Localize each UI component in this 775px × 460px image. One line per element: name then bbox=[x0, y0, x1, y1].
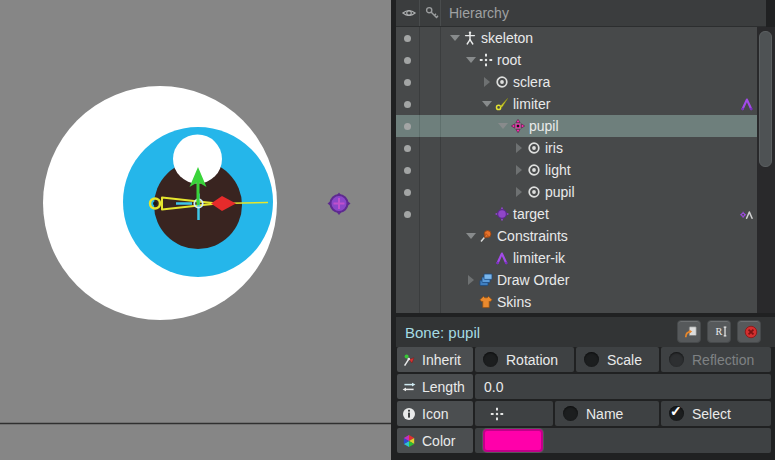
visibility-dot[interactable] bbox=[404, 123, 411, 130]
key-cell[interactable] bbox=[420, 203, 441, 225]
skeleton-icon bbox=[463, 31, 477, 45]
visibility-cell[interactable] bbox=[396, 27, 420, 49]
key-cell[interactable] bbox=[420, 159, 441, 181]
tree-row-pupil-4[interactable]: pupil bbox=[396, 115, 757, 137]
visibility-cell[interactable] bbox=[396, 115, 420, 137]
visibility-cell[interactable] bbox=[396, 93, 420, 115]
color-label-cell: Color bbox=[397, 428, 473, 453]
visibility-cell[interactable] bbox=[396, 49, 420, 71]
tree-row-skins-12[interactable]: Skins bbox=[396, 291, 757, 313]
tree-row-sclera-2[interactable]: sclera bbox=[396, 71, 757, 93]
expander-expanded-icon[interactable] bbox=[466, 231, 476, 241]
colorwheel-icon bbox=[402, 434, 416, 448]
delete-button[interactable] bbox=[737, 320, 761, 343]
length-icon bbox=[402, 380, 416, 394]
visibility-cell[interactable] bbox=[396, 137, 420, 159]
key-cell[interactable] bbox=[420, 49, 441, 71]
visibility-dot[interactable] bbox=[404, 79, 411, 86]
visibility-column-icon[interactable] bbox=[402, 6, 416, 20]
name-option-cell: Name bbox=[555, 401, 659, 426]
bone-icon-preview-cell[interactable] bbox=[475, 401, 553, 426]
key-cell[interactable] bbox=[420, 115, 441, 137]
expander-spacer bbox=[482, 253, 492, 263]
key-cell[interactable] bbox=[420, 247, 441, 269]
bone-panel-toolbar: R bbox=[677, 320, 761, 343]
length-value-field[interactable]: 0.0 bbox=[475, 374, 771, 399]
hierarchy-tree: skeletonrootscleralimiterpupilirislightp… bbox=[396, 27, 757, 313]
scale-checkbox[interactable] bbox=[584, 352, 599, 367]
ik-target-handle[interactable] bbox=[328, 193, 351, 216]
rotation-checkbox[interactable] bbox=[483, 352, 498, 367]
key-cell[interactable] bbox=[420, 291, 441, 313]
expander-collapsed-icon[interactable] bbox=[514, 143, 524, 153]
svg-text:R: R bbox=[715, 326, 722, 337]
key-cell[interactable] bbox=[420, 71, 441, 93]
tree-row-limiter-ik-10[interactable]: limiter-ik bbox=[396, 247, 757, 269]
expander-expanded-icon[interactable] bbox=[482, 99, 492, 109]
scale-option-cell: Scale bbox=[576, 347, 659, 372]
visibility-cell[interactable] bbox=[396, 181, 420, 203]
bone-icon-preview bbox=[490, 407, 504, 421]
key-column-icon[interactable] bbox=[425, 6, 439, 20]
key-cell[interactable] bbox=[420, 181, 441, 203]
tree-label: skeleton bbox=[481, 30, 533, 46]
slot-icon bbox=[527, 163, 541, 177]
tree-row-skeleton-0[interactable]: skeleton bbox=[396, 27, 757, 49]
pin-icon bbox=[479, 229, 493, 243]
visibility-cell[interactable] bbox=[396, 247, 420, 269]
editor-viewport[interactable] bbox=[0, 0, 391, 460]
visibility-dot[interactable] bbox=[404, 35, 411, 42]
visibility-cell[interactable] bbox=[396, 269, 420, 291]
tree-label: iris bbox=[545, 140, 563, 156]
tree-row-target-8[interactable]: target bbox=[396, 203, 757, 225]
key-cell[interactable] bbox=[420, 137, 441, 159]
visibility-dot[interactable] bbox=[404, 211, 411, 218]
visibility-dot[interactable] bbox=[404, 101, 411, 108]
duplicate-button[interactable] bbox=[677, 320, 701, 343]
visibility-cell[interactable] bbox=[396, 225, 420, 247]
info-icon bbox=[402, 407, 416, 421]
expander-collapsed-icon[interactable] bbox=[514, 165, 524, 175]
key-cell[interactable] bbox=[420, 93, 441, 115]
key-cell[interactable] bbox=[420, 225, 441, 247]
expander-collapsed-icon[interactable] bbox=[466, 275, 476, 285]
tree-row-constraints-9[interactable]: Constraints bbox=[396, 225, 757, 247]
viewport-canvas[interactable] bbox=[0, 0, 391, 460]
visibility-dot[interactable] bbox=[404, 189, 411, 196]
root-icon bbox=[479, 53, 493, 67]
expander-expanded-icon[interactable] bbox=[450, 33, 460, 43]
expander-expanded-icon[interactable] bbox=[498, 121, 508, 131]
tree-row-light-6[interactable]: light bbox=[396, 159, 757, 181]
rename-button[interactable]: R bbox=[707, 320, 731, 343]
expander-collapsed-icon[interactable] bbox=[514, 187, 524, 197]
tree-row-pupil-7[interactable]: pupil bbox=[396, 181, 757, 203]
tree-label: Constraints bbox=[497, 228, 568, 244]
name-checkbox-label: Name bbox=[586, 406, 623, 422]
scrollbar-thumb[interactable] bbox=[759, 31, 772, 167]
reflection-checkbox bbox=[669, 352, 684, 367]
visibility-cell[interactable] bbox=[396, 291, 420, 313]
bone-panel-titlebar: Bone: pupil R bbox=[396, 317, 775, 347]
length-value: 0.0 bbox=[483, 379, 503, 395]
visibility-cell[interactable] bbox=[396, 159, 420, 181]
tree-row-iris-5[interactable]: iris bbox=[396, 137, 757, 159]
inherit-row: Inherit RotationScaleReflection bbox=[397, 347, 771, 372]
key-cell[interactable] bbox=[420, 27, 441, 49]
expander-expanded-icon[interactable] bbox=[466, 55, 476, 65]
expander-collapsed-icon[interactable] bbox=[482, 77, 492, 87]
tree-row-draw-order-11[interactable]: Draw Order bbox=[396, 269, 757, 291]
key-cell[interactable] bbox=[420, 269, 441, 291]
bone-color-swatch[interactable] bbox=[483, 429, 543, 452]
visibility-cell[interactable] bbox=[396, 203, 420, 225]
visibility-cell[interactable] bbox=[396, 71, 420, 93]
hierarchy-scrollbar[interactable] bbox=[757, 27, 775, 313]
name-checkbox[interactable] bbox=[563, 406, 578, 421]
visibility-dot[interactable] bbox=[404, 145, 411, 152]
color-row: Color bbox=[397, 428, 771, 453]
select-checkbox[interactable] bbox=[669, 406, 684, 421]
visibility-dot[interactable] bbox=[404, 167, 411, 174]
tree-row-root-1[interactable]: root bbox=[396, 49, 757, 71]
visibility-dot[interactable] bbox=[404, 57, 411, 64]
tree-row-limiter-3[interactable]: limiter bbox=[396, 93, 757, 115]
length-row: Length 0.0 bbox=[397, 374, 771, 399]
